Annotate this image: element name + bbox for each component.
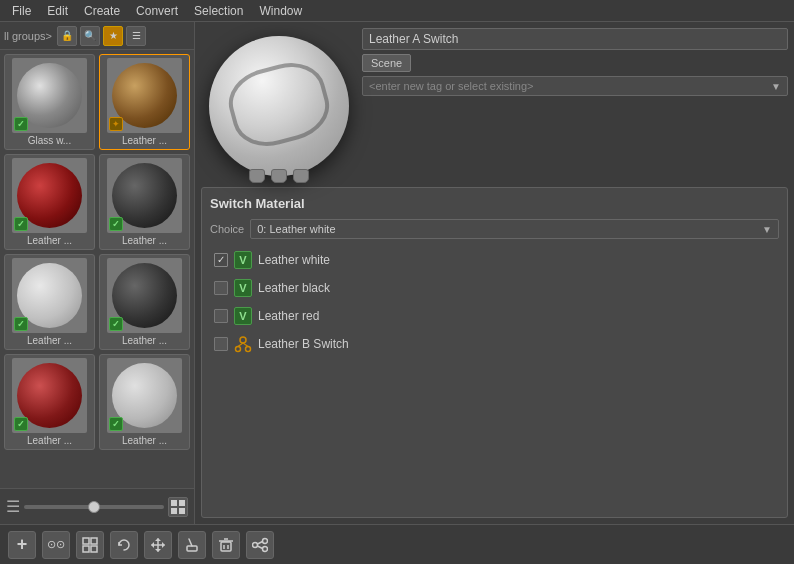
grid-view-btn[interactable] xyxy=(168,497,188,517)
name-leather-black: Leather black xyxy=(258,281,330,295)
move-btn[interactable] xyxy=(144,531,172,559)
delete-btn[interactable] xyxy=(212,531,240,559)
broom-btn[interactable] xyxy=(178,531,206,559)
grid-btn[interactable] xyxy=(76,531,104,559)
svg-rect-9 xyxy=(83,538,89,544)
menu-edit[interactable]: Edit xyxy=(39,2,76,20)
svg-line-14 xyxy=(189,539,192,546)
add-btn[interactable]: + xyxy=(8,531,36,559)
label-leather-orange: Leather ... xyxy=(103,135,186,146)
material-thumb-leather-orange[interactable]: ✦ Leather ... xyxy=(99,54,190,150)
svg-point-6 xyxy=(246,347,251,352)
name-leather-red: Leather red xyxy=(258,309,319,323)
lock-btn[interactable]: 🔒 xyxy=(57,26,77,46)
filter-btn[interactable]: ★ xyxy=(103,26,123,46)
svg-rect-15 xyxy=(221,542,231,551)
right-panel: Leather A Switch Scene <enter new tag or… xyxy=(195,22,794,524)
check-leather-black[interactable] xyxy=(214,281,228,295)
size-slider[interactable] xyxy=(24,505,164,509)
material-thumb-leather-white[interactable]: ✓ Leather ... xyxy=(4,254,95,350)
groups-label: ll groups> xyxy=(4,30,52,42)
svg-rect-3 xyxy=(179,508,185,514)
list-item-leather-white[interactable]: ✓ V Leather white xyxy=(210,247,779,273)
sphere-clamps xyxy=(249,169,309,183)
svg-point-21 xyxy=(263,538,268,543)
badge-leather-black2: ✓ xyxy=(109,317,123,331)
scene-tag[interactable]: Scene xyxy=(362,54,411,72)
svg-line-24 xyxy=(258,546,263,549)
badge-leather-orange: ✦ xyxy=(109,117,123,131)
svg-rect-2 xyxy=(171,508,177,514)
badge-leather-white: ✓ xyxy=(14,317,28,331)
size-slider-thumb xyxy=(88,501,100,513)
label-leather-red: Leather ... xyxy=(8,235,91,246)
icon-leather-red: V xyxy=(234,307,252,325)
sphere-groove xyxy=(221,55,336,155)
tag-input-placeholder: <enter new tag or select existing> xyxy=(369,80,533,92)
material-thumb-glass[interactable]: ✓ Glass w... xyxy=(4,54,95,150)
badge-leather-red2: ✓ xyxy=(14,417,28,431)
label-leather-red2: Leather ... xyxy=(8,435,91,446)
material-thumb-leather-red[interactable]: ✓ Leather ... xyxy=(4,154,95,250)
svg-point-20 xyxy=(253,542,258,547)
checkmark-leather-white: ✓ xyxy=(217,255,225,265)
search-btn[interactable]: 🔍 xyxy=(80,26,100,46)
check-leather-b-switch[interactable] xyxy=(214,337,228,351)
list-btn[interactable]: ☰ xyxy=(126,26,146,46)
label-glass: Glass w... xyxy=(8,135,91,146)
circles-btn[interactable]: ⊙⊙ xyxy=(42,531,70,559)
svg-rect-10 xyxy=(91,538,97,544)
material-thumb-leather-red2[interactable]: ✓ Leather ... xyxy=(4,354,95,450)
preview-sphere-container xyxy=(201,28,356,183)
list-item-leather-red[interactable]: V Leather red xyxy=(210,303,779,329)
rotate-btn[interactable] xyxy=(110,531,138,559)
size-slider-container xyxy=(24,505,164,509)
svg-line-23 xyxy=(258,541,263,544)
preview-sphere-large xyxy=(209,36,349,176)
material-thumb-leather-black2[interactable]: ✓ Leather ... xyxy=(99,254,190,350)
label-leather-white: Leather ... xyxy=(8,335,91,346)
menu-selection[interactable]: Selection xyxy=(186,2,251,20)
badge-leather-white2: ✓ xyxy=(109,417,123,431)
material-thumb-leather-white2[interactable]: ✓ Leather ... xyxy=(99,354,190,450)
svg-rect-11 xyxy=(83,546,89,552)
check-leather-white[interactable]: ✓ xyxy=(214,253,228,267)
svg-point-22 xyxy=(263,546,268,551)
svg-point-5 xyxy=(236,347,241,352)
material-thumb-leather-black[interactable]: ✓ Leather ... xyxy=(99,154,190,250)
switch-panel-title: Switch Material xyxy=(210,196,779,211)
choice-value: 0: Leather white xyxy=(257,223,335,235)
svg-point-4 xyxy=(240,337,246,343)
tag-input[interactable]: <enter new tag or select existing> ▼ xyxy=(362,76,788,96)
material-list: ✓ V Leather white V Leather black V Leat… xyxy=(210,247,779,357)
list-item-leather-black[interactable]: V Leather black xyxy=(210,275,779,301)
choice-row: Choice 0: Leather white ▼ xyxy=(210,219,779,239)
menu-window[interactable]: Window xyxy=(251,2,310,20)
list-item-leather-b-switch[interactable]: Leather B Switch xyxy=(210,331,779,357)
svg-line-7 xyxy=(238,343,243,347)
left-toolbar: ll groups> 🔒 🔍 ★ ☰ xyxy=(0,22,194,50)
menu-file[interactable]: File xyxy=(4,2,39,20)
svg-line-8 xyxy=(243,343,248,347)
menu-create[interactable]: Create xyxy=(76,2,128,20)
thumb-img-leather-black2: ✓ xyxy=(107,258,182,333)
bottom-toolbar: + ⊙⊙ xyxy=(0,524,794,564)
label-leather-black: Leather ... xyxy=(103,235,186,246)
check-leather-red[interactable] xyxy=(214,309,228,323)
choice-select[interactable]: 0: Leather white ▼ xyxy=(250,219,779,239)
list-view-icon[interactable]: ☰ xyxy=(6,497,20,516)
left-panel: ll groups> 🔒 🔍 ★ ☰ ✓ Glass w... xyxy=(0,22,195,524)
material-grid: ✓ Glass w... ✦ Leather ... xyxy=(0,50,194,488)
preview-section: Leather A Switch Scene <enter new tag or… xyxy=(201,28,788,183)
link-btn[interactable] xyxy=(246,531,274,559)
icon-leather-b-switch xyxy=(234,335,252,353)
label-leather-white2: Leather ... xyxy=(103,435,186,446)
menu-convert[interactable]: Convert xyxy=(128,2,186,20)
icon-leather-black: V xyxy=(234,279,252,297)
badge-glass: ✓ xyxy=(14,117,28,131)
svg-rect-12 xyxy=(91,546,97,552)
left-bottom-toolbar: ☰ xyxy=(0,488,194,524)
material-name-bar[interactable]: Leather A Switch xyxy=(362,28,788,50)
svg-rect-0 xyxy=(171,500,177,506)
right-info-panel: Leather A Switch Scene <enter new tag or… xyxy=(362,28,788,183)
